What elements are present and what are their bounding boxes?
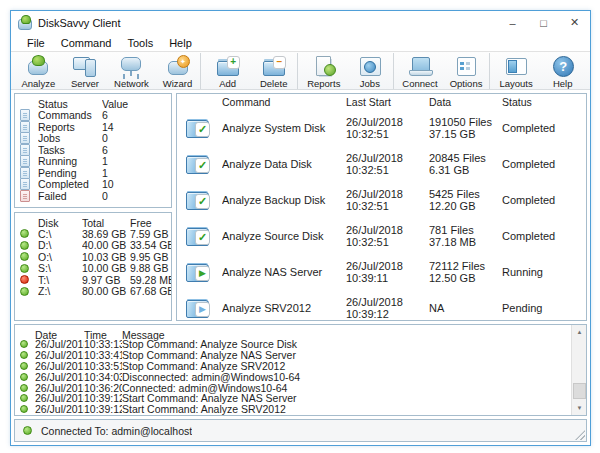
log-status-dot bbox=[20, 373, 28, 381]
menu-item[interactable]: Command bbox=[53, 37, 120, 49]
status-row[interactable]: Reports 14 bbox=[15, 121, 171, 133]
toolbar-button[interactable]: Connect bbox=[397, 53, 444, 89]
toolbar-button-label: Jobs bbox=[360, 78, 380, 89]
command-row[interactable]: Analyze System Disk 26/Jul/2018 10:32:51… bbox=[177, 110, 586, 146]
command-data-size: 6.31 GB bbox=[429, 164, 502, 176]
command-row[interactable]: Analyze Backup Disk 26/Jul/2018 10:32:51… bbox=[177, 182, 586, 218]
log-row[interactable]: 26/Jul/2018 10:34:03 Disconnected: admin… bbox=[15, 371, 571, 382]
toolbar-button-label: Wizard bbox=[163, 78, 193, 89]
command-status: Completed bbox=[502, 158, 586, 170]
status-row[interactable]: Running 1 bbox=[15, 155, 171, 167]
disk-row[interactable]: Z:\ 80.00 GB 67.68 GB bbox=[15, 286, 171, 298]
log-row[interactable]: 26/Jul/2018 10:39:12 Start Command: Anal… bbox=[15, 393, 571, 404]
disk-row[interactable]: D:\ 40.00 GB 33.54 GB bbox=[15, 240, 171, 252]
close-button[interactable]: ✕ bbox=[559, 11, 590, 34]
toolbar-button[interactable]: Analyze bbox=[15, 53, 62, 89]
resize-grip[interactable] bbox=[575, 430, 585, 440]
toolbar-button-label: Network bbox=[114, 78, 149, 89]
toolbar-icon bbox=[72, 55, 98, 77]
toolbar-icon bbox=[550, 55, 576, 77]
data-column-header[interactable]: Data bbox=[429, 96, 502, 108]
toolbar-button[interactable]: Options bbox=[443, 53, 490, 89]
toolbar-icon bbox=[118, 55, 144, 77]
toolbar-button[interactable]: Jobs bbox=[347, 53, 394, 89]
status-row[interactable]: Tasks 6 bbox=[15, 144, 171, 156]
status-label: Reports bbox=[38, 121, 102, 133]
toolbar-button-label: Options bbox=[450, 78, 483, 89]
log-status-dot bbox=[20, 405, 28, 413]
scroll-up-icon[interactable]: ▲ bbox=[572, 325, 587, 339]
command-row[interactable]: Analyze NAS Server 26/Jul/2018 10:39:11 … bbox=[177, 254, 586, 290]
toolbar-button[interactable]: Help bbox=[539, 53, 586, 89]
disk-row[interactable]: S:\ 10.00 GB 9.88 GB bbox=[15, 263, 171, 275]
status-row[interactable]: Jobs 0 bbox=[15, 132, 171, 144]
log-row[interactable]: 26/Jul/2018 10:33:51 Stop Command: Analy… bbox=[15, 361, 571, 372]
status-column-header[interactable]: Status bbox=[502, 96, 586, 108]
command-last-start-time: 10:39:11 bbox=[346, 272, 429, 284]
scrollbar-thumb[interactable] bbox=[573, 383, 586, 399]
disk-free: 7.59 GB bbox=[130, 228, 171, 240]
disk-free: 9.95 GB bbox=[130, 251, 171, 263]
toolbar-button[interactable]: Network bbox=[108, 53, 155, 89]
log-date: 26/Jul/2018 bbox=[35, 403, 84, 415]
disk-row[interactable]: O:\ 10.03 GB 9.95 GB bbox=[15, 251, 171, 263]
toolbar-button[interactable]: Reports bbox=[301, 53, 348, 89]
toolbar-button[interactable]: Layouts bbox=[493, 53, 540, 89]
toolbar-button[interactable]: Delete bbox=[251, 53, 298, 89]
status-row[interactable]: Commands 6 bbox=[15, 109, 171, 121]
disk-row[interactable]: C:\ 38.69 GB 7.59 GB bbox=[15, 228, 171, 240]
disk-letter: S:\ bbox=[38, 262, 82, 274]
minimize-button[interactable]: – bbox=[497, 11, 528, 34]
maximize-button[interactable]: □ bbox=[528, 11, 559, 34]
toolbar-button-label: Layouts bbox=[499, 78, 532, 89]
disk-status-dot bbox=[20, 287, 29, 296]
status-label: Failed bbox=[38, 190, 102, 202]
menu-item[interactable]: File bbox=[19, 37, 53, 49]
command-column-header[interactable]: Command bbox=[222, 96, 346, 108]
command-data-files: 72112 Files bbox=[429, 260, 502, 272]
log-row[interactable]: 26/Jul/2018 10:33:41 Stop Command: Analy… bbox=[15, 350, 571, 361]
toolbar-button[interactable]: Server bbox=[62, 53, 109, 89]
scroll-down-icon[interactable]: ▼ bbox=[572, 401, 587, 415]
toolbar-button-label: Connect bbox=[402, 78, 437, 89]
command-data-size: 12.20 GB bbox=[429, 200, 502, 212]
status-row[interactable]: Pending 1 bbox=[15, 167, 171, 179]
disk-row[interactable]: T:\ 9.97 GB 59.28 MB bbox=[15, 274, 171, 286]
command-last-start-date: 26/Jul/2018 bbox=[346, 116, 429, 128]
toolbar-button[interactable]: Wizard bbox=[155, 53, 202, 89]
log-row[interactable]: 26/Jul/2018 10:33:13 Stop Command: Analy… bbox=[15, 339, 571, 350]
command-data-files: 5425 Files bbox=[429, 188, 502, 200]
status-item-icon bbox=[20, 167, 30, 179]
command-last-start-time: 10:32:51 bbox=[346, 128, 429, 140]
status-row[interactable]: Completed 10 bbox=[15, 178, 171, 190]
commands-header: Command Last Start Data Status bbox=[177, 94, 586, 110]
command-folder-icon bbox=[185, 190, 211, 211]
status-row[interactable]: Failed 0 bbox=[15, 190, 171, 202]
command-data-files: 20845 Files bbox=[429, 152, 502, 164]
app-window: DiskSavvy Client – □ ✕ File Command Tool… bbox=[10, 10, 591, 446]
log-row[interactable]: 26/Jul/2018 10:39:12 Start Command: Anal… bbox=[15, 404, 571, 415]
status-value: 6 bbox=[102, 144, 171, 156]
status-rows: Commands 6 Reports 14 bbox=[15, 109, 171, 201]
command-name: Analyze NAS Server bbox=[222, 266, 346, 278]
log-scrollbar[interactable]: ▲ ▼ bbox=[571, 325, 586, 415]
command-row[interactable]: Analyze Data Disk 26/Jul/2018 10:32:51 2… bbox=[177, 146, 586, 182]
disk-letter: C:\ bbox=[38, 228, 82, 240]
log-time: 10:39:12 bbox=[84, 403, 122, 415]
menu-item[interactable]: Help bbox=[161, 37, 200, 49]
log-status-dot bbox=[20, 351, 28, 359]
log-row[interactable]: 26/Jul/2018 10:36:20 Connected: admin@Wi… bbox=[15, 382, 571, 393]
status-item-icon bbox=[20, 132, 30, 144]
command-row[interactable]: Analyze SRV2012 26/Jul/2018 10:39:12 NA … bbox=[177, 290, 586, 321]
toolbar-button[interactable]: Add bbox=[204, 53, 251, 89]
menu-item[interactable]: Tools bbox=[119, 37, 161, 49]
disk-total: 40.00 GB bbox=[82, 239, 130, 251]
log-status-dot bbox=[20, 394, 28, 402]
command-row[interactable]: Analyze Source Disk 26/Jul/2018 10:32:51… bbox=[177, 218, 586, 254]
toolbar-icon bbox=[407, 55, 433, 77]
disk-free: 33.54 GB bbox=[130, 239, 171, 251]
status-label: Running bbox=[38, 155, 102, 167]
last-start-column-header[interactable]: Last Start bbox=[346, 96, 429, 108]
command-folder-icon bbox=[185, 226, 211, 247]
command-rows: Analyze System Disk 26/Jul/2018 10:32:51… bbox=[177, 110, 586, 321]
